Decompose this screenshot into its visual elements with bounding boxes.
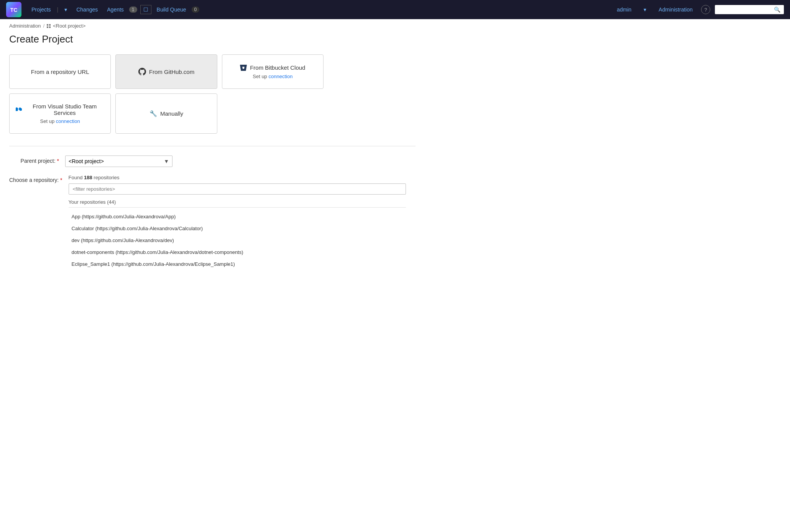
nav-projects[interactable]: Projects bbox=[28, 4, 55, 15]
card-from-url-title: From a repository URL bbox=[31, 69, 89, 75]
card-from-bitbucket-title: From Bitbucket Cloud bbox=[240, 64, 305, 71]
repo-list: App (https://github.com/Julia-Alexandrov… bbox=[69, 211, 406, 270]
navbar-right: admin ▾ Administration ? 🔍 bbox=[613, 4, 784, 15]
search-input[interactable] bbox=[718, 7, 772, 13]
card-from-vsts-title: From Visual Studio Team Services bbox=[16, 103, 104, 116]
repo-section-title: Your repositories (44) bbox=[69, 199, 406, 208]
nav-agents[interactable]: Agents bbox=[103, 4, 128, 15]
breadcrumb: Administration / <Root project> bbox=[0, 19, 790, 30]
search-box[interactable]: 🔍 bbox=[715, 5, 784, 14]
card-bitbucket-subtitle: Set up connection bbox=[253, 74, 292, 79]
parent-project-select-wrap[interactable]: <Root project> ▼ bbox=[65, 156, 172, 167]
nav-projects-dropdown[interactable]: ▾ bbox=[61, 4, 71, 15]
nav-sep1: | bbox=[57, 7, 59, 13]
nav-links: Projects | ▾ Changes Agents 1 ☐ Build Qu… bbox=[28, 4, 613, 15]
breadcrumb-grid-icon bbox=[47, 24, 51, 28]
repo-control-wrap: Found 188 repositories Your repositories… bbox=[69, 175, 406, 270]
nav-build-queue[interactable]: Build Queue bbox=[153, 4, 190, 15]
choose-repo-row: Choose a repository: * Found 188 reposit… bbox=[9, 175, 416, 270]
choose-repo-label: Choose a repository: * bbox=[9, 175, 62, 183]
bitbucket-connection-link[interactable]: connection bbox=[268, 74, 292, 79]
found-repos-text: Found 188 repositories bbox=[69, 175, 406, 180]
required-star-repo: * bbox=[60, 177, 62, 183]
section-divider bbox=[9, 146, 416, 146]
wrench-icon: 🔧 bbox=[149, 110, 157, 117]
bitbucket-icon bbox=[240, 64, 247, 71]
nav-admin-user[interactable]: admin bbox=[613, 4, 635, 15]
required-star-parent: * bbox=[57, 158, 59, 164]
nav-agents-icon[interactable]: ☐ bbox=[140, 5, 151, 14]
list-item[interactable]: App (https://github.com/Julia-Alexandrov… bbox=[69, 211, 406, 223]
filter-repos-input[interactable] bbox=[69, 183, 406, 195]
help-button[interactable]: ? bbox=[701, 5, 710, 14]
nav-user-dropdown[interactable]: ▾ bbox=[640, 4, 650, 15]
navbar: TC Projects | ▾ Changes Agents 1 ☐ Build… bbox=[0, 0, 790, 19]
svg-text:TC: TC bbox=[10, 7, 18, 13]
list-item[interactable]: Eclipse_Sample1 (https://github.com/Juli… bbox=[69, 258, 406, 270]
card-from-vsts[interactable]: From Visual Studio Team Services Set up … bbox=[9, 93, 111, 134]
card-manually[interactable]: 🔧 Manually bbox=[115, 93, 217, 134]
card-vsts-subtitle: Set up connection bbox=[40, 118, 80, 124]
breadcrumb-admin[interactable]: Administration bbox=[9, 23, 41, 29]
nav-administration[interactable]: Administration bbox=[655, 4, 696, 15]
card-from-url[interactable]: From a repository URL bbox=[9, 54, 111, 89]
parent-project-row: Parent project: * <Root project> ▼ bbox=[9, 156, 416, 167]
search-icon: 🔍 bbox=[774, 7, 780, 13]
page-title: Create Project bbox=[9, 33, 781, 45]
parent-project-control: <Root project> ▼ bbox=[65, 156, 295, 167]
parent-project-select[interactable]: <Root project> bbox=[66, 156, 161, 167]
grid-icon bbox=[47, 24, 51, 28]
nav-changes[interactable]: Changes bbox=[72, 4, 102, 15]
card-from-github-title: From GitHub.com bbox=[138, 68, 194, 75]
list-item[interactable]: Calculator (https://github.com/Julia-Ale… bbox=[69, 223, 406, 234]
breadcrumb-root[interactable]: <Root project> bbox=[53, 23, 85, 29]
github-icon bbox=[138, 68, 146, 75]
agents-badge: 1 bbox=[129, 7, 137, 13]
card-manually-title: 🔧 Manually bbox=[149, 110, 183, 117]
parent-project-label: Parent project: * bbox=[9, 156, 59, 164]
select-arrow-icon: ▼ bbox=[161, 158, 172, 164]
vsts-icon bbox=[16, 106, 22, 113]
form-section: Parent project: * <Root project> ▼ Choos… bbox=[9, 156, 416, 270]
project-source-cards: From a repository URL From GitHub.com Fr… bbox=[9, 54, 324, 134]
main-content: Create Project From a repository URL Fro… bbox=[0, 30, 790, 287]
build-queue-badge: 0 bbox=[192, 7, 200, 13]
list-item[interactable]: dev (https://github.com/Julia-Alexandrov… bbox=[69, 234, 406, 246]
card-from-bitbucket[interactable]: From Bitbucket Cloud Set up connection bbox=[222, 54, 324, 89]
found-count: 188 bbox=[84, 175, 92, 180]
app-logo[interactable]: TC bbox=[6, 2, 21, 17]
list-item[interactable]: dotnet-components (https://github.com/Ju… bbox=[69, 246, 406, 258]
breadcrumb-sep1: / bbox=[43, 23, 44, 29]
vsts-connection-link[interactable]: connection bbox=[56, 118, 80, 124]
card-from-github[interactable]: From GitHub.com bbox=[115, 54, 217, 89]
